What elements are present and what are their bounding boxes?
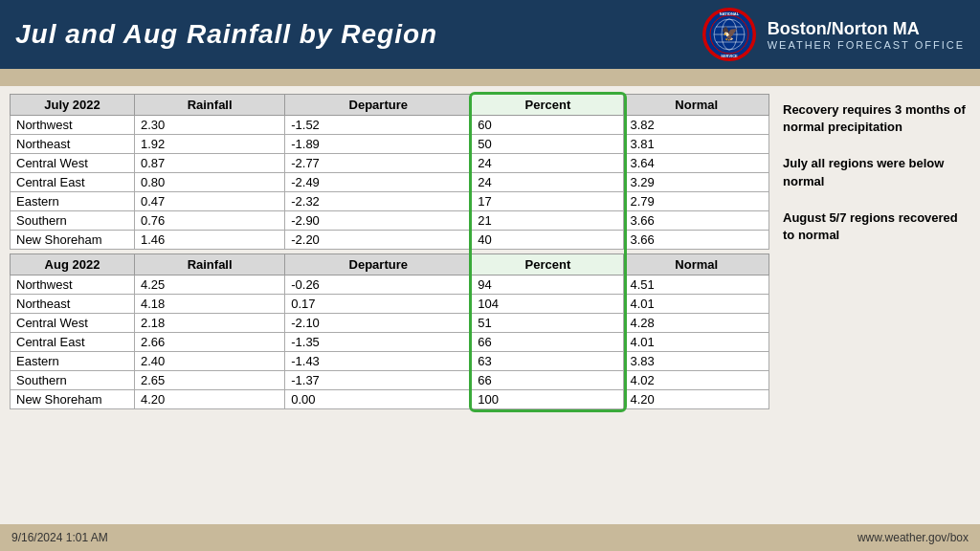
svg-text:NATIONAL: NATIONAL [719,11,739,16]
region-cell: Central East [11,173,135,192]
percent-cell: 40 [472,231,624,250]
departure-cell: -1.35 [285,333,472,352]
rainfall-cell: 4.18 [135,295,285,314]
table-row: Central East 0.80 -2.49 24 3.29 [11,173,769,192]
rainfall-cell: 4.20 [135,390,285,409]
office-subtitle: WEATHER FORECAST OFFICE [768,39,965,51]
normal-cell: 3.83 [624,352,769,371]
side-note-3: August 5/7 regions recovered to normal [783,209,967,244]
table-row: Central West 0.87 -2.77 24 3.64 [11,154,769,173]
percent-cell: 24 [472,173,624,192]
departure-cell: -2.49 [285,173,472,192]
aug-col-rainfall: Rainfall [135,254,285,276]
normal-cell: 4.02 [624,371,769,390]
normal-cell: 3.66 [624,231,769,250]
region-cell: Eastern [11,352,135,371]
table-row: Northeast 1.92 -1.89 50 3.81 [11,135,769,154]
nws-logo-icon: 🦅 NATIONAL SERVICE [702,8,756,61]
percent-cell: 66 [472,333,624,352]
side-note-2: July all regions were below normal [783,155,967,189]
percent-cell: 94 [472,276,624,295]
logo-area: 🦅 NATIONAL SERVICE Boston/Norton MA WEAT… [702,8,965,61]
table-row: Central West 2.18 -2.10 51 4.28 [11,314,769,333]
percent-cell: 51 [472,314,624,333]
departure-cell: -2.10 [285,314,472,333]
table-row: Northeast 4.18 0.17 104 4.01 [11,295,769,314]
rainfall-cell: 4.25 [135,276,285,295]
region-cell: Eastern [11,192,135,211]
region-cell: Central West [11,154,135,173]
percent-cell: 66 [472,371,624,390]
footer: 9/16/2024 1:01 AM www.weather.gov/box [0,524,980,551]
region-cell: Northwest [11,116,135,135]
normal-cell: 4.01 [624,333,769,352]
main-content: July 2022 Rainfall Departure Percent Nor… [0,86,980,524]
rainfall-cell: 2.66 [135,333,285,352]
region-cell: Central East [11,333,135,352]
footer-timestamp: 9/16/2024 1:01 AM [11,531,108,544]
rainfall-cell: 2.18 [135,314,285,333]
normal-cell: 2.79 [624,192,769,211]
percent-cell: 24 [472,154,624,173]
side-note-1-text: Recovery requires 3 months of normal pre… [783,102,966,134]
region-cell: Northwest [11,276,135,295]
rainfall-cell: 1.92 [135,135,285,154]
table-row: Southern 2.65 -1.37 66 4.02 [11,371,769,390]
july-header: July 2022 [11,95,135,116]
office-info: Boston/Norton MA WEATHER FORECAST OFFICE [768,19,965,51]
rainfall-cell: 0.76 [135,211,285,231]
departure-cell: -1.89 [285,135,472,154]
normal-cell: 3.82 [624,116,769,135]
side-notes: Recovery requires 3 months of normal pre… [779,94,970,520]
normal-cell: 3.66 [624,211,769,231]
region-cell: New Shoreham [11,390,135,409]
table-row: Northwest 4.25 -0.26 94 4.51 [11,276,769,295]
office-name: Boston/Norton MA [768,19,965,39]
departure-cell: 0.17 [285,295,472,314]
subheader-bar [0,69,980,86]
july-col-percent: Percent [472,95,624,116]
july-col-normal: Normal [624,95,769,116]
header: Jul and Aug Rainfall by Region 🦅 NATIONA… [0,0,980,69]
region-cell: Southern [11,211,135,231]
departure-cell: -1.52 [285,116,472,135]
percent-cell: 100 [472,390,624,409]
percent-cell: 104 [472,295,624,314]
rainfall-cell: 0.87 [135,154,285,173]
region-cell: Southern [11,371,135,390]
percent-cell: 17 [472,192,624,211]
table-row: Southern 0.76 -2.90 21 3.66 [11,211,769,231]
rainfall-cell: 0.47 [135,192,285,211]
side-note-3-text: August 5/7 regions recovered to normal [783,210,958,242]
departure-cell: 0.00 [285,390,472,409]
aug-col-normal: Normal [624,254,769,276]
region-cell: New Shoreham [11,231,135,250]
svg-text:SERVICE: SERVICE [721,54,738,58]
side-note-1: Recovery requires 3 months of normal pre… [783,101,967,136]
table-row: Northwest 2.30 -1.52 60 3.82 [11,116,769,135]
percent-cell: 60 [472,116,624,135]
normal-cell: 3.29 [624,173,769,192]
rainfall-cell: 2.40 [135,352,285,371]
july-col-rainfall: Rainfall [135,95,285,116]
departure-cell: -0.26 [285,276,472,295]
departure-cell: -2.20 [285,231,472,250]
normal-cell: 3.64 [624,154,769,173]
departure-cell: -2.90 [285,211,472,231]
aug-col-departure: Departure [285,254,472,276]
rainfall-cell: 0.80 [135,173,285,192]
departure-cell: -2.77 [285,154,472,173]
region-cell: Central West [11,314,135,333]
aug-col-percent: Percent [472,254,624,276]
page-title: Jul and Aug Rainfall by Region [15,19,702,50]
footer-website: www.weather.gov/box [858,531,969,544]
region-cell: Northeast [11,295,135,314]
percent-cell: 63 [472,352,624,371]
table-row: Eastern 0.47 -2.32 17 2.79 [11,192,769,211]
aug-header: Aug 2022 [11,254,135,276]
july-table: July 2022 Rainfall Departure Percent Nor… [10,94,769,250]
aug-table: Aug 2022 Rainfall Departure Percent Norm… [10,253,769,409]
percent-cell: 21 [472,211,624,231]
normal-cell: 4.20 [624,390,769,409]
normal-cell: 4.28 [624,314,769,333]
